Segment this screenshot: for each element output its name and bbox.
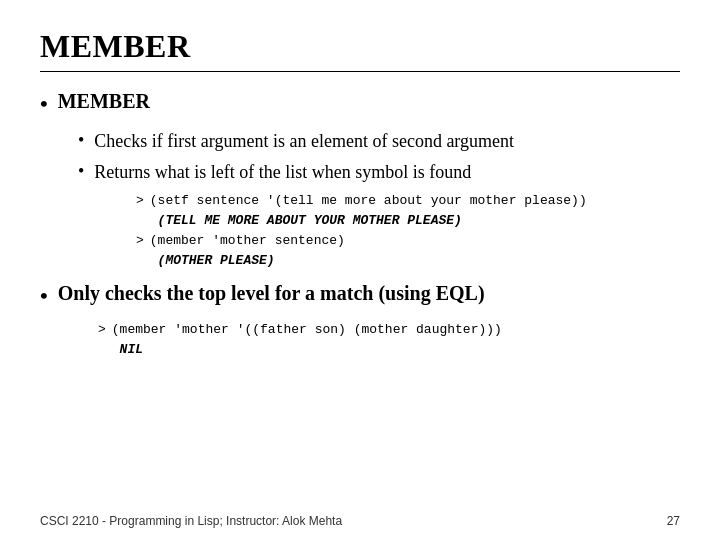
- code-line-1: > (setf sentence '(tell me more about yo…: [136, 191, 680, 211]
- code-prompt-3: >: [136, 231, 144, 251]
- footer-left: CSCI 2210 - Programming in Lisp; Instruc…: [40, 514, 342, 528]
- code-result-2: (MOTHER PLEASE): [158, 251, 275, 271]
- bullet-dot-top: •: [40, 90, 48, 119]
- code-line-5: > (member 'mother '((father son) (mother…: [98, 320, 680, 340]
- slide-title: MEMBER: [40, 28, 680, 65]
- sub-bullet-2-text: Returns what is left of the list when sy…: [94, 160, 471, 185]
- code-prompt-2: [136, 211, 152, 231]
- sub-bullets: • Checks if first argument is an element…: [78, 129, 680, 272]
- code-prompt-6: [98, 340, 114, 360]
- top-bullet-member: • MEMBER: [40, 90, 680, 119]
- top-bullet-label: MEMBER: [58, 90, 150, 113]
- code-line-6: NIL: [98, 340, 680, 360]
- sub-bullet-2: • Returns what is left of the list when …: [78, 160, 680, 185]
- slide-container: MEMBER • MEMBER • Checks if first argume…: [0, 0, 720, 540]
- code-text-3: (member 'mother '((father son) (mother d…: [112, 320, 502, 340]
- code-line-2: (TELL ME MORE ABOUT YOUR MOTHER PLEASE): [136, 211, 680, 231]
- sub-bullet-1-text: Checks if first argument is an element o…: [94, 129, 514, 154]
- code-line-4: (MOTHER PLEASE): [136, 251, 680, 271]
- title-divider: [40, 71, 680, 72]
- bullet-dot-third: •: [40, 282, 48, 311]
- code-text-2: (member 'mother sentence): [150, 231, 345, 251]
- code-block-1: > (setf sentence '(tell me more about yo…: [136, 191, 680, 272]
- sub-bullet-dot-1: •: [78, 129, 84, 152]
- third-bullet-text: Only checks the top level for a match (u…: [58, 282, 485, 305]
- sub-bullet-dot-2: •: [78, 160, 84, 183]
- code-block-2: > (member 'mother '((father son) (mother…: [98, 320, 680, 360]
- sub-bullet-1: • Checks if first argument is an element…: [78, 129, 680, 154]
- code-result-1: (TELL ME MORE ABOUT YOUR MOTHER PLEASE): [158, 211, 462, 231]
- code-prompt-1: >: [136, 191, 144, 211]
- main-content: • MEMBER • Checks if first argument is a…: [40, 90, 680, 360]
- code-result-3: NIL: [120, 340, 143, 360]
- code-text-1: (setf sentence '(tell me more about your…: [150, 191, 587, 211]
- code-line-3: > (member 'mother sentence): [136, 231, 680, 251]
- code-prompt-5: >: [98, 320, 106, 340]
- third-bullet: • Only checks the top level for a match …: [40, 282, 680, 311]
- footer: CSCI 2210 - Programming in Lisp; Instruc…: [40, 514, 680, 528]
- code-prompt-4: [136, 251, 152, 271]
- footer-page-number: 27: [667, 514, 680, 528]
